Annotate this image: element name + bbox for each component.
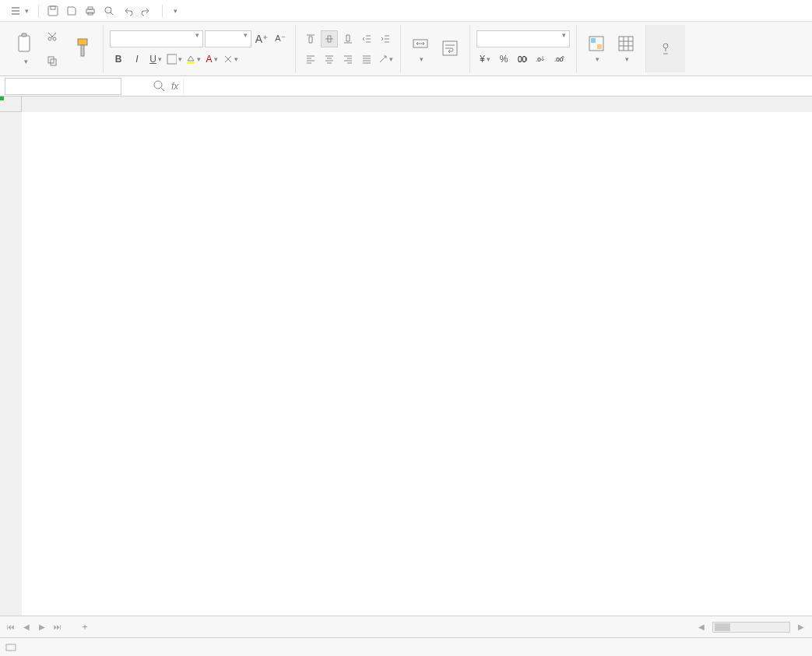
svg-rect-6	[19, 36, 30, 51]
sheet-nav-first[interactable]: ⏮	[5, 621, 17, 633]
formula-bar[interactable]	[183, 79, 812, 94]
file-menu[interactable]: ▾	[5, 5, 35, 17]
copy-icon	[47, 55, 58, 66]
print-icon[interactable]	[84, 5, 97, 17]
select-all-corner[interactable]	[0, 96, 22, 112]
quick-access-toolbar: ▾	[47, 5, 178, 17]
justify-button[interactable]	[358, 51, 375, 68]
sheet-nav-prev[interactable]: ◀	[20, 621, 33, 633]
underline-button[interactable]: U▾	[147, 51, 164, 68]
chevron-down-icon: ▾	[25, 7, 29, 15]
save-as-icon[interactable]	[65, 5, 78, 17]
paste-button[interactable]: ▾	[9, 25, 40, 72]
name-box[interactable]	[5, 78, 121, 95]
merge-center-button[interactable]: ▾	[406, 25, 435, 72]
table-style-icon	[617, 35, 634, 52]
svg-rect-0	[48, 6, 58, 16]
clear-format-button[interactable]: ▾	[222, 51, 239, 68]
svg-rect-23	[597, 44, 602, 49]
ribbon: ▾ ▾ ▾ A⁺ A⁻ B I U▾ ▾ ▾ A▾ ▾	[0, 22, 812, 76]
print-preview-icon[interactable]	[103, 5, 115, 17]
add-sheet-button[interactable]: ＋	[76, 619, 93, 636]
format-painter-icon	[73, 37, 92, 59]
qat-dropdown-icon[interactable]: ▾	[174, 7, 178, 15]
status-bar	[0, 637, 812, 656]
align-middle-button[interactable]	[321, 30, 338, 47]
copy-button[interactable]	[44, 54, 64, 68]
merge-icon	[412, 35, 429, 52]
hscroll-left[interactable]: ◀	[695, 621, 708, 633]
align-top-button[interactable]	[302, 30, 319, 47]
svg-point-25	[663, 44, 668, 48]
doc-assistant-button[interactable]	[651, 40, 680, 58]
cut-button[interactable]	[44, 30, 64, 44]
fill-color-button[interactable]: ▾	[185, 51, 202, 68]
scissors-icon	[47, 31, 58, 42]
svg-rect-24	[619, 37, 633, 51]
svg-rect-13	[81, 45, 84, 56]
svg-rect-3	[88, 7, 93, 9]
formula-bar-row: fx	[0, 76, 812, 96]
align-left-button[interactable]	[302, 51, 319, 68]
italic-button[interactable]: I	[128, 51, 146, 68]
orientation-button[interactable]: ▾	[377, 51, 394, 68]
menubar: ▾ ▾	[0, 0, 812, 22]
svg-rect-27	[6, 644, 16, 651]
menu-icon	[11, 6, 20, 16]
increase-indent-button[interactable]	[377, 30, 394, 47]
svg-point-5	[105, 7, 111, 13]
percent-button[interactable]: %	[495, 51, 512, 68]
wrap-text-button[interactable]	[435, 25, 465, 72]
font-size-select[interactable]: ▾	[205, 30, 251, 47]
sheet-nav-next[interactable]: ▶	[36, 621, 48, 633]
table-style-button[interactable]: ▾	[611, 25, 641, 72]
increase-decimal-button[interactable]: .0	[533, 51, 550, 68]
format-painter-button[interactable]	[67, 25, 98, 72]
status-icon[interactable]	[5, 641, 17, 654]
border-button[interactable]: ▾	[166, 51, 183, 68]
align-center-button[interactable]	[321, 51, 338, 68]
fx-search-icon[interactable]	[153, 79, 167, 93]
horizontal-scrollbar[interactable]	[712, 622, 790, 633]
svg-rect-14	[167, 54, 177, 64]
font-name-select[interactable]: ▾	[110, 30, 203, 47]
redo-icon[interactable]	[140, 5, 153, 17]
fx-label: fx	[171, 81, 178, 92]
cond-format-icon	[588, 35, 605, 52]
conditional-format-button[interactable]: ▾	[582, 25, 611, 72]
svg-rect-7	[22, 33, 26, 37]
number-format-select[interactable]: ▾	[476, 30, 570, 47]
decrease-indent-button[interactable]	[358, 30, 375, 47]
increase-font-icon[interactable]: A⁺	[253, 30, 270, 47]
align-right-button[interactable]	[339, 51, 357, 68]
svg-rect-1	[51, 6, 55, 9]
wrap-icon	[441, 40, 459, 57]
svg-point-26	[154, 81, 162, 89]
undo-icon[interactable]	[121, 5, 134, 17]
sheet-bar: ⏮ ◀ ▶ ⏭ ＋ ◀ ▶	[0, 616, 812, 637]
decrease-font-icon[interactable]: A⁻	[272, 30, 289, 47]
save-icon[interactable]	[47, 5, 59, 17]
svg-text:.0: .0	[536, 56, 541, 63]
decrease-decimal-button[interactable]: .00	[551, 51, 568, 68]
align-bottom-button[interactable]	[339, 30, 357, 47]
bold-button[interactable]: B	[110, 51, 127, 68]
comma-button[interactable]: 000	[514, 51, 531, 68]
doc-assist-icon	[657, 40, 674, 57]
spreadsheet-grid[interactable]	[0, 96, 812, 616]
font-color-button[interactable]: A▾	[203, 51, 220, 68]
svg-rect-15	[187, 62, 195, 64]
svg-rect-12	[78, 39, 87, 45]
svg-rect-22	[591, 38, 596, 43]
svg-text:000: 000	[518, 55, 527, 64]
paste-icon	[16, 33, 34, 54]
currency-button[interactable]: ¥▾	[476, 51, 494, 68]
sheet-nav-last[interactable]: ⏭	[51, 621, 64, 633]
hscroll-right[interactable]: ▶	[795, 621, 807, 633]
